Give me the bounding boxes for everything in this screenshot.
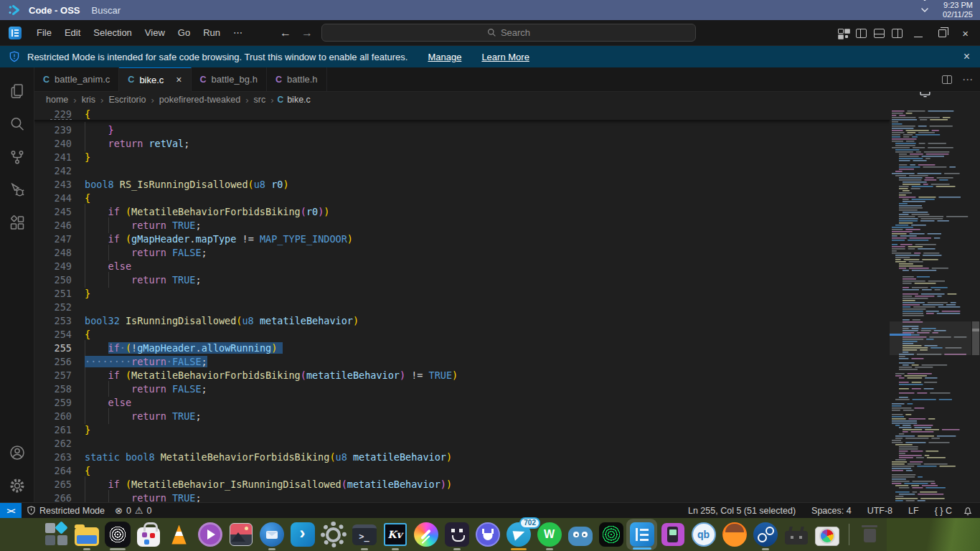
notifications-bell-icon[interactable] xyxy=(963,506,980,516)
code-line-241[interactable]: 241} xyxy=(34,151,890,164)
minimap[interactable] xyxy=(890,108,971,502)
breadcrumb-item-pokefirered-tweaked[interactable]: pokefirered-tweaked xyxy=(158,95,242,105)
eol-indicator[interactable]: LF xyxy=(903,503,924,519)
tab-close-icon[interactable]: × xyxy=(176,74,182,85)
line-number[interactable]: 247 xyxy=(34,232,72,246)
tab-bike.c[interactable]: Cbike.c× xyxy=(119,67,191,92)
line-number[interactable]: 244 xyxy=(34,192,72,205)
run-debug-icon[interactable] xyxy=(0,174,34,207)
line-number[interactable]: 261 xyxy=(34,423,72,437)
line-number[interactable]: 248 xyxy=(34,246,72,260)
taskbar-disks-icon[interactable] xyxy=(811,518,842,551)
more-actions-icon[interactable]: ⋯ xyxy=(962,73,973,86)
taskbar-audio-rings-icon[interactable] xyxy=(595,518,626,551)
line-number[interactable]: 255 xyxy=(34,342,72,355)
code-line-255[interactable]: 255 if·(!gMapHeader.allowRunning) xyxy=(34,342,890,355)
line-number[interactable]: 260 xyxy=(34,410,72,423)
taskbar-app-launcher-icon[interactable] xyxy=(40,518,71,551)
tab-battle_bg.h[interactable]: Cbattle_bg.h xyxy=(192,67,267,91)
code-line-248[interactable]: 248 return FALSE; xyxy=(34,246,890,260)
line-number[interactable]: 246 xyxy=(34,219,72,232)
split-editor-icon[interactable] xyxy=(942,75,952,84)
line-number[interactable]: 266 xyxy=(34,491,72,502)
taskbar-kiwix-icon[interactable]: Kv xyxy=(380,518,410,551)
breadcrumb-item-src[interactable]: src xyxy=(252,95,267,105)
code-line-246[interactable]: 246 return TRUE; xyxy=(34,219,890,232)
code-line-259[interactable]: 259 else xyxy=(34,396,890,410)
line-number[interactable]: 264 xyxy=(34,464,72,478)
menu-go[interactable]: Go xyxy=(171,24,197,41)
customize-layout-icon[interactable] xyxy=(838,29,849,38)
restricted-mode-status[interactable]: Restricted Mode xyxy=(22,503,110,519)
code-line-257[interactable]: 257 if (MetatileBehaviorForbidsBiking(me… xyxy=(34,369,890,382)
taskbar-godot-icon[interactable] xyxy=(565,518,595,551)
search-view-icon[interactable] xyxy=(0,108,34,141)
line-number[interactable]: 250 xyxy=(34,273,72,287)
menu-edit[interactable]: Edit xyxy=(58,24,87,41)
line-number[interactable]: 265 xyxy=(34,478,72,491)
taskbar-trash-icon[interactable] xyxy=(856,518,887,551)
line-number[interactable]: 249 xyxy=(34,260,72,273)
line-number[interactable]: 257 xyxy=(34,369,72,382)
line-number[interactable]: 251 xyxy=(34,287,72,301)
taskbar-media-circles-icon[interactable] xyxy=(102,518,133,551)
language-indicator[interactable]: { } C xyxy=(930,503,957,519)
code-pane[interactable]: 229{ 239 }240 return retVal;241}242243bo… xyxy=(34,108,890,502)
toggle-sidebar-icon[interactable] xyxy=(856,29,867,38)
taskbar-fox-app-icon[interactable] xyxy=(719,518,750,551)
line-number[interactable]: 239 xyxy=(34,123,72,137)
line-number[interactable]: 241 xyxy=(34,151,72,164)
menu-selection[interactable]: Selection xyxy=(87,24,138,41)
explorer-icon[interactable] xyxy=(0,75,34,108)
navigate-back-icon[interactable]: ← xyxy=(280,27,291,39)
code-line-254[interactable]: 254{ xyxy=(34,328,890,342)
line-number[interactable]: 259 xyxy=(34,396,72,410)
toggle-secondary-sidebar-icon[interactable] xyxy=(892,29,903,38)
taskbar-settings-icon[interactable] xyxy=(318,518,349,551)
menu-view[interactable]: View xyxy=(138,24,171,41)
taskbar-game-console-icon[interactable] xyxy=(657,518,688,551)
taskbar-plugin-app-icon[interactable] xyxy=(472,518,503,551)
taskbar-vlc-icon[interactable] xyxy=(164,518,194,551)
taskbar-kde-connect-icon[interactable] xyxy=(287,518,318,551)
line-number[interactable]: 245 xyxy=(34,205,72,219)
code-line-239[interactable]: 239 } xyxy=(34,123,890,137)
taskbar-retro-emulator-icon[interactable] xyxy=(441,518,472,551)
line-number[interactable]: 253 xyxy=(34,314,72,328)
line-number[interactable]: 256 xyxy=(34,355,72,369)
line-number[interactable]: 243 xyxy=(34,178,72,192)
banner-close-icon[interactable]: × xyxy=(963,50,970,63)
focused-app-title[interactable]: Code - OSS xyxy=(29,5,80,16)
taskbar-steam-icon[interactable] xyxy=(750,518,781,551)
restore-button[interactable] xyxy=(938,29,946,37)
code-line-256[interactable]: 256········return·FALSE; xyxy=(34,355,890,369)
taskbar-thunderbird-icon[interactable] xyxy=(256,518,287,551)
code-line-262[interactable]: 262 xyxy=(34,437,890,451)
code-line-265[interactable]: 265 if (MetatileBehavior_IsRunningDisall… xyxy=(34,478,890,491)
breadcrumb-item-Escritorio[interactable]: Escritorio xyxy=(107,95,147,105)
line-number[interactable]: 242 xyxy=(34,164,72,178)
code-line-240[interactable]: 240 return retVal; xyxy=(34,137,890,151)
taskbar-retroarch-icon[interactable] xyxy=(781,518,811,551)
editor-scrollbar[interactable] xyxy=(971,108,980,502)
code-line-244[interactable]: 244{ xyxy=(34,192,890,205)
code-line-261[interactable]: 261} xyxy=(34,423,890,437)
settings-gear-icon[interactable] xyxy=(0,469,34,502)
code-line-247[interactable]: 247 if (gMapHeader.mapType != MAP_TYPE_I… xyxy=(34,232,890,246)
taskbar-media-player-icon[interactable] xyxy=(194,518,225,551)
line-number[interactable]: 258 xyxy=(34,382,72,396)
breadcrumb-item-home[interactable]: home xyxy=(44,95,70,105)
tab-battle_anim.c[interactable]: Cbattle_anim.c xyxy=(34,67,119,91)
indent-indicator[interactable]: Spaces: 4 xyxy=(806,503,857,519)
code-line-242[interactable]: 242 xyxy=(34,164,890,178)
distro-menu-icon[interactable] xyxy=(7,3,22,17)
manage-link[interactable]: Manage xyxy=(428,52,461,62)
toggle-panel-icon[interactable] xyxy=(874,29,885,38)
taskbar-vscode-icon[interactable] xyxy=(626,519,657,550)
remote-indicator[interactable]: >< xyxy=(0,503,22,519)
problems-indicator[interactable]: ⊗ 0 ⚠ 0 xyxy=(110,503,156,519)
menu-more[interactable]: ⋯ xyxy=(227,24,249,41)
taskbar-krita-icon[interactable] xyxy=(410,518,441,551)
code-line-252[interactable]: 252 xyxy=(34,301,890,314)
line-number[interactable]: 263 xyxy=(34,451,72,464)
